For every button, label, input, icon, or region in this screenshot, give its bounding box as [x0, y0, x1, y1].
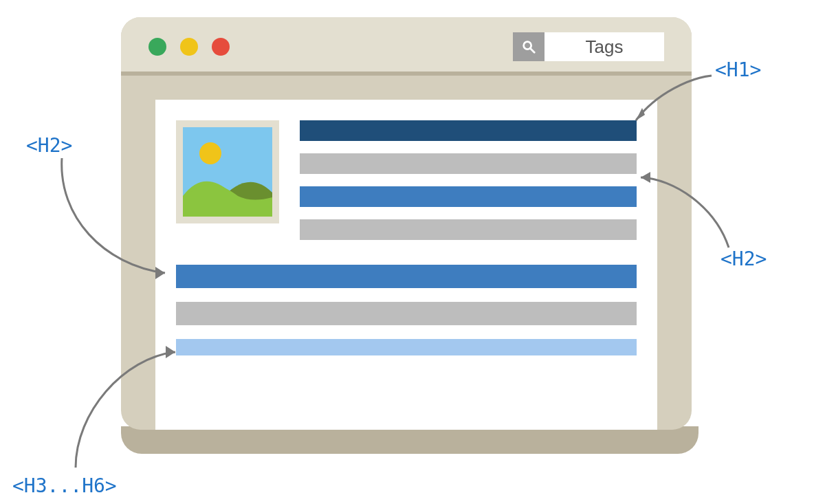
body-text-bar	[300, 219, 637, 240]
page-content	[155, 100, 657, 430]
annotation-h2-left: <H2>	[26, 134, 72, 157]
arrow-to-h2-right	[632, 165, 742, 254]
close-dot	[148, 38, 166, 56]
hero-row	[176, 120, 637, 240]
h2-bar	[300, 186, 637, 207]
annotation-h1: <H1>	[715, 58, 761, 81]
svg-line-1	[531, 49, 535, 53]
diagram-stage: Tags	[0, 0, 825, 504]
lower-text-block	[176, 265, 637, 355]
hero-text-block	[300, 120, 637, 240]
body-text-bar	[176, 302, 637, 325]
window-shadow	[121, 426, 698, 454]
window-controls	[148, 38, 230, 56]
h3-bar	[176, 339, 637, 355]
landscape-icon	[183, 127, 272, 217]
svg-marker-6	[155, 267, 165, 279]
minimize-dot	[180, 38, 198, 56]
search-box: Tags	[513, 32, 664, 61]
arrow-to-h3	[69, 344, 186, 474]
annotation-h3to6: <H3...H6>	[12, 474, 117, 497]
body-text-bar	[300, 153, 637, 174]
image-placeholder	[176, 120, 279, 223]
arrow-to-h2-left	[55, 155, 179, 285]
h1-bar	[300, 120, 637, 141]
search-label: Tags	[544, 32, 664, 61]
svg-point-3	[199, 142, 221, 164]
arrow-to-h1	[626, 72, 722, 134]
svg-marker-4	[636, 108, 645, 120]
browser-window: Tags	[121, 17, 692, 430]
svg-marker-7	[166, 346, 175, 358]
browser-titlebar: Tags	[121, 17, 692, 76]
h2-bar	[176, 265, 637, 288]
svg-marker-5	[641, 172, 650, 183]
maximize-dot	[212, 38, 230, 56]
search-icon	[513, 32, 544, 61]
